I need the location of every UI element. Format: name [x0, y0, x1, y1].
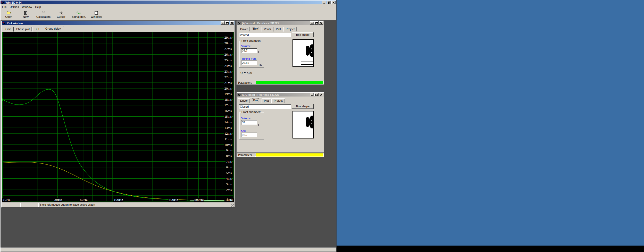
- closed-tab-project[interactable]: Project: [271, 98, 285, 103]
- closed-maximize-button[interactable]: [314, 93, 319, 96]
- vented-close-button[interactable]: [319, 21, 323, 25]
- toolbar-label: Cursor: [57, 15, 65, 18]
- plot-tab-group-delay[interactable]: Group delay: [42, 26, 64, 32]
- toolbar-open-button[interactable]: Open: [2, 11, 16, 18]
- closed-box-shape-button[interactable]: Box shape: [292, 104, 314, 109]
- closed-minimize-button[interactable]: [310, 93, 314, 96]
- closed-tab-box[interactable]: Box: [250, 98, 261, 103]
- toolbar-calculators-button[interactable]: Calculators: [36, 11, 51, 18]
- svg-text:18ms: 18ms: [224, 98, 232, 101]
- svg-text:8ms: 8ms: [226, 154, 232, 158]
- svg-text:29ms: 29ms: [224, 36, 232, 39]
- plot-tab-gain[interactable]: Gain: [3, 27, 14, 32]
- svg-text:27ms: 27ms: [224, 47, 232, 51]
- svg-text:300Hz: 300Hz: [169, 198, 178, 202]
- vented-tuning-field[interactable]: 26,56: [241, 60, 257, 65]
- closed-qtc-field[interactable]: 0,57: [241, 133, 257, 137]
- plot-tab-bar: GainPhase plotSPLGroup delay: [3, 25, 64, 32]
- svg-text:28ms: 28ms: [224, 41, 232, 45]
- closed-close-button[interactable]: [319, 93, 323, 96]
- svg-text:17ms: 17ms: [224, 103, 232, 107]
- tuning-unit: Hz: [259, 64, 262, 67]
- menu-file[interactable]: File: [1, 5, 8, 9]
- closed-tab-driver[interactable]: Driver: [238, 98, 250, 103]
- plot-minimize-button[interactable]: [221, 21, 225, 25]
- closed-volume-field[interactable]: 37: [241, 120, 257, 125]
- mdi-area: Plot window GainPhase plotSPLGroup delay…: [1, 20, 336, 247]
- closed-parameters-button[interactable]: Parameters: [237, 153, 255, 157]
- front-chamber-legend: Front chamber:: [241, 110, 261, 114]
- volume-label: Volume:: [241, 45, 252, 48]
- svg-text:13ms: 13ms: [224, 126, 232, 130]
- closed-box-type-field[interactable]: Closed: [239, 104, 291, 109]
- toolbar-label: Windows: [91, 15, 102, 18]
- closed-parameters-row: Parameters: [237, 152, 324, 157]
- group-delay-plot[interactable]: 2ms3ms4ms5ms6ms7ms8ms9ms10ms11ms12ms13ms…: [2, 32, 234, 202]
- vented-maximize-button[interactable]: [314, 21, 319, 25]
- vented-minimize-button[interactable]: [310, 21, 314, 25]
- menu-help[interactable]: Help: [34, 5, 43, 9]
- toolbar-windows-button[interactable]: Windows: [89, 11, 104, 18]
- vented-window-title: [4]Vented : Peerless 831727: [242, 22, 279, 25]
- svg-text:6ms: 6ms: [226, 165, 232, 169]
- closed-window-title: [1]Closed : Peerless 831727: [242, 93, 279, 96]
- close-button[interactable]: [331, 1, 336, 4]
- vented-parameters-bar: [256, 81, 324, 84]
- svg-text:24ms: 24ms: [224, 64, 232, 68]
- plot-window-titlebar[interactable]: Plot window: [2, 21, 235, 25]
- vented-parameters-row: Parameters: [237, 80, 324, 84]
- resize-grip[interactable]: [231, 204, 234, 207]
- toolbar-label: Calculators: [36, 15, 51, 18]
- plot-window-title: Plot window: [7, 22, 23, 25]
- vented-parameters-button[interactable]: Parameters: [237, 81, 255, 84]
- closed-window-icon: [238, 93, 241, 96]
- svg-text:19ms: 19ms: [224, 92, 232, 96]
- plot-maximize-button[interactable]: [225, 21, 229, 25]
- app-status-bar: [1, 247, 336, 251]
- plot-tab-phase-plot[interactable]: Phase plot: [14, 27, 32, 32]
- toolbar-signal-gen-button[interactable]: Signal gen.: [71, 11, 87, 18]
- closed-box-shape-image: [292, 111, 314, 138]
- vented-tab-driver[interactable]: Driver: [238, 27, 250, 32]
- restore-button[interactable]: [327, 1, 331, 4]
- svg-text:10ms: 10ms: [224, 143, 232, 147]
- toolbar-new-button[interactable]: New: [19, 11, 33, 18]
- cursor-cross-icon: [59, 11, 63, 15]
- plot-close-button[interactable]: [230, 21, 234, 25]
- toolbar-label: Signal gen.: [72, 15, 86, 18]
- svg-text:16ms: 16ms: [224, 109, 232, 113]
- svg-text:4ms: 4ms: [226, 177, 232, 180]
- svg-text:500Hz: 500Hz: [194, 198, 204, 202]
- svg-text:9ms: 9ms: [226, 148, 232, 152]
- plot-tab-spl[interactable]: SPL: [32, 27, 42, 32]
- svg-text:100Hz: 100Hz: [114, 198, 123, 202]
- volume-unit: l: [258, 124, 259, 127]
- calculator-icon: [41, 11, 46, 15]
- main-titlebar[interactable]: WinISD 0.44: [1, 1, 336, 4]
- vented-tab-project[interactable]: Project: [283, 27, 297, 32]
- svg-text:50Hz: 50Hz: [80, 198, 87, 202]
- window-icon: [94, 11, 99, 15]
- winisd-main-window: WinISD 0.44 FileUtilitiesWindowHelp Open…: [0, 0, 337, 252]
- menu-bar: FileUtilitiesWindowHelp: [1, 4, 336, 10]
- closed-tab-plot[interactable]: Plot: [262, 98, 271, 103]
- volume-unit: l: [258, 51, 259, 54]
- vented-box-shape-button[interactable]: Box shape: [292, 32, 314, 37]
- closed-titlebar[interactable]: [1]Closed : Peerless 831727: [237, 93, 324, 97]
- vented-tab-plot[interactable]: Plot: [274, 27, 283, 32]
- svg-text:20ms: 20ms: [224, 86, 232, 90]
- vented-volume-field[interactable]: 38,7: [241, 48, 257, 53]
- vented-box-type-field[interactable]: Vented: [239, 33, 291, 37]
- menu-utilities[interactable]: Utilities: [8, 5, 20, 9]
- toolbar-label: Open: [5, 15, 12, 18]
- open-folder-icon: [7, 11, 11, 15]
- front-chamber-legend: Front chamber:: [241, 39, 261, 42]
- vented-tab-vents[interactable]: Vents: [262, 27, 273, 32]
- vented-tab-box[interactable]: Box: [250, 26, 261, 32]
- svg-text:11ms: 11ms: [224, 137, 232, 141]
- svg-text:25ms: 25ms: [224, 58, 232, 62]
- menu-window[interactable]: Window: [20, 5, 34, 9]
- toolbar-cursor-button[interactable]: Cursor: [54, 11, 68, 18]
- vented-titlebar[interactable]: [4]Vented : Peerless 831727: [237, 21, 324, 25]
- minimize-button[interactable]: [322, 1, 326, 4]
